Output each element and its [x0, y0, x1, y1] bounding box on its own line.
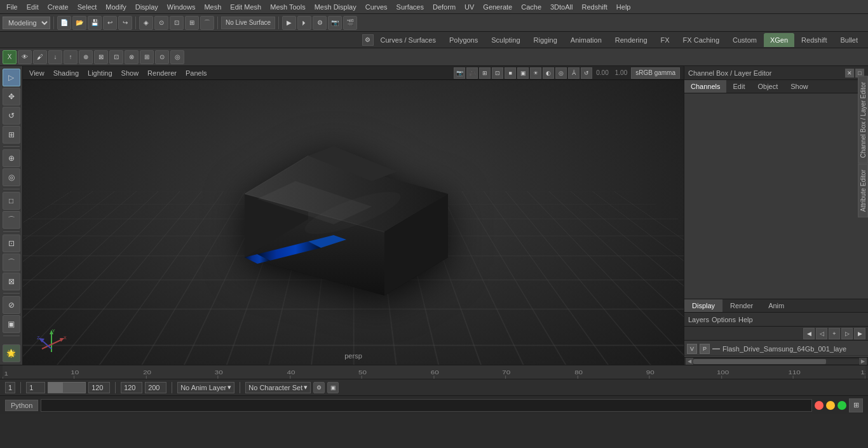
anim-max-input[interactable] [145, 382, 166, 393]
open-file-btn[interactable]: 📂 [72, 16, 86, 30]
menu-3dtoall[interactable]: 3DtoAll [546, 2, 576, 12]
menu-modify[interactable]: Modify [102, 2, 130, 12]
menu-select[interactable]: Select [74, 2, 101, 12]
vp-ao-btn[interactable]: ◎ [555, 67, 567, 79]
save-file-btn[interactable]: 💾 [88, 16, 102, 30]
menu-curves[interactable]: Curves [362, 2, 391, 12]
select-tool-btn[interactable]: ◈ [139, 16, 153, 30]
tab-redshift[interactable]: Redshift [795, 33, 833, 47]
vp-light-btn[interactable]: ☀ [530, 67, 541, 79]
vp-grid-btn[interactable]: ⊞ [479, 67, 491, 79]
vp-refresh-btn[interactable]: ↺ [581, 67, 592, 79]
tool4[interactable]: ↑ [64, 50, 78, 64]
cb-tab-object[interactable]: Object [751, 80, 784, 93]
show-manip[interactable]: ▣ [3, 315, 20, 333]
layer-playback-btn[interactable]: P [700, 344, 710, 354]
menu-mesh-display[interactable]: Mesh Display [311, 2, 360, 12]
undo-btn[interactable]: ↩ [103, 16, 117, 30]
tab-fx[interactable]: FX [654, 33, 676, 47]
menu-windows[interactable]: Windows [163, 2, 200, 12]
range-start-input[interactable] [26, 382, 45, 393]
viewport[interactable]: View Shading Lighting Show Renderer Pane… [23, 66, 684, 365]
tab-sculpting[interactable]: Sculpting [485, 33, 526, 47]
tab-custom[interactable]: Custom [726, 33, 763, 47]
paint-sel-btn[interactable]: ⊡ [170, 16, 184, 30]
tool7[interactable]: ⊡ [109, 50, 123, 64]
layer-next-btn[interactable]: ▷ [841, 328, 853, 339]
view-seq-btn[interactable]: 🎬 [343, 16, 357, 30]
edge-tab-channel-box[interactable]: Channel Box / Layer Editor [858, 76, 868, 164]
menu-generate[interactable]: Generate [479, 2, 516, 12]
marquee-sel[interactable]: □ [3, 192, 20, 210]
layer-prev2-btn[interactable]: ◁ [816, 328, 827, 339]
current-frame-field[interactable]: 1 [5, 382, 15, 393]
lasso-btn[interactable]: ⊙ [154, 16, 168, 30]
tab-animation[interactable]: Animation [564, 33, 608, 47]
scale-tool-lt[interactable]: ⊞ [3, 126, 20, 144]
vp-wire-btn[interactable]: ⊡ [492, 67, 503, 79]
window-close-btn[interactable] [815, 401, 824, 410]
layers-menu[interactable]: Layers [688, 316, 709, 323]
menu-deform[interactable]: Deform [429, 2, 459, 12]
python-end-btn[interactable]: ⊞ [849, 398, 863, 412]
mode-settings-btn[interactable]: ⚙ [362, 34, 374, 46]
menu-cache[interactable]: Cache [517, 2, 545, 12]
tab-bullet[interactable]: Bullet [834, 33, 864, 47]
layer-tab-display[interactable]: Display [684, 299, 722, 312]
menu-surfaces[interactable]: Surfaces [393, 2, 428, 12]
cb-tab-edit[interactable]: Edit [726, 80, 751, 93]
menu-mesh-tools[interactable]: Mesh Tools [266, 2, 309, 12]
tool8[interactable]: ⊗ [125, 50, 139, 64]
snap-curve-lt[interactable]: ⌒ [3, 254, 20, 271]
toggle-btn[interactable]: 👁 [18, 50, 32, 64]
menu-edit-mesh[interactable]: Edit Mesh [226, 2, 265, 12]
scroll-thumb[interactable] [693, 359, 826, 364]
layer-scrollbar[interactable]: ◀ ▶ [684, 357, 868, 365]
vp-shading-menu[interactable]: Shading [51, 68, 81, 78]
layer-visible-btn[interactable]: V [687, 344, 697, 354]
vp-aa-btn[interactable]: Ā [568, 67, 580, 79]
menu-mesh[interactable]: Mesh [200, 2, 225, 12]
tab-rendering[interactable]: Rendering [609, 33, 654, 47]
render-lt[interactable]: 🌟 [3, 344, 20, 362]
timeline-ruler[interactable]: 1 10 20 30 40 50 60 70 80 90 100 110 120 [3, 365, 865, 379]
tab-xgen[interactable]: XGen [764, 33, 794, 47]
tab-rigging[interactable]: Rigging [527, 33, 564, 47]
menu-file[interactable]: File [3, 2, 22, 12]
paint-btn[interactable]: 🖌 [33, 50, 47, 64]
vp-panels-menu[interactable]: Panels [183, 68, 210, 78]
range-end-input[interactable] [88, 382, 110, 393]
scroll-left-btn[interactable]: ◀ [686, 358, 693, 365]
move-tool-lt[interactable]: ✥ [3, 88, 20, 105]
vp-view-menu[interactable]: View [27, 68, 47, 78]
ipr-btn[interactable]: ⏵ [297, 16, 311, 30]
tab-curves-surfaces[interactable]: Curves / Surfaces [374, 33, 442, 47]
scroll-right-btn[interactable]: ▶ [859, 358, 867, 365]
select-tool-lt[interactable]: ▷ [3, 69, 20, 86]
char-set-dropdown[interactable]: No Character Set ▾ [245, 382, 311, 393]
camera-btn[interactable]: 📷 [328, 16, 342, 30]
menu-edit[interactable]: Edit [23, 2, 43, 12]
options-menu[interactable]: Options [712, 316, 736, 323]
char-set-extra-btn[interactable]: ▣ [327, 382, 339, 393]
snap-curve-btn[interactable]: ⌒ [200, 16, 214, 30]
vp-cam-btn[interactable]: 📷 [454, 67, 465, 79]
lasso-sel[interactable]: ⌒ [3, 211, 20, 229]
mode-selector[interactable]: Modeling [3, 17, 50, 29]
layer-tab-anim[interactable]: Anim [761, 299, 792, 312]
vp-lighting-menu[interactable]: Lighting [85, 68, 115, 78]
vp-shadow-btn[interactable]: ◐ [543, 67, 554, 79]
help-menu[interactable]: Help [738, 316, 753, 323]
python-tab[interactable]: Python [5, 400, 38, 411]
menu-redshift[interactable]: Redshift [578, 2, 611, 12]
tool10[interactable]: ⊙ [155, 50, 169, 64]
timeline-slider[interactable] [48, 382, 86, 393]
vp-renderer-menu[interactable]: Renderer [145, 68, 179, 78]
panel-close-btn[interactable]: ✕ [845, 69, 854, 78]
tool3[interactable]: ↓ [48, 50, 62, 64]
universal-manip[interactable]: ⊕ [3, 149, 20, 167]
vp-tex-btn[interactable]: ▣ [517, 67, 529, 79]
tool11[interactable]: ◎ [170, 50, 184, 64]
tool6[interactable]: ⊠ [94, 50, 108, 64]
anim-layer-dropdown[interactable]: No Anim Layer ▾ [177, 382, 234, 393]
